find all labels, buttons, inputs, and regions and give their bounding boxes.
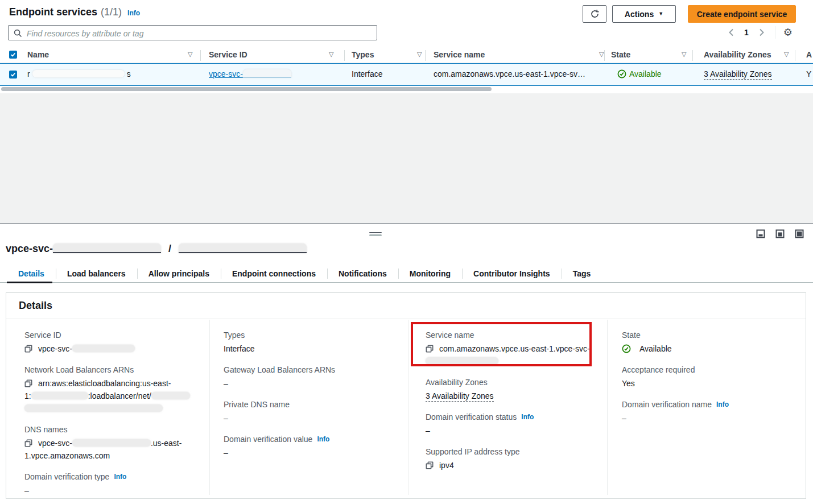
caret-down-icon: ▼ xyxy=(658,11,663,16)
field-value: Available xyxy=(622,342,672,355)
select-all-checkbox[interactable] xyxy=(9,51,17,59)
next-page-button[interactable] xyxy=(757,27,767,38)
cell-availability-zones[interactable]: 3 Availability Zones xyxy=(704,69,772,79)
scrollbar-thumb[interactable] xyxy=(1,87,492,91)
field-domain-verification-type: Domain verification typeInfo – xyxy=(24,470,205,497)
page-title: Endpoint services xyxy=(9,6,97,18)
filter-icon[interactable]: ▽ xyxy=(188,51,192,58)
field-acceptance-required: Acceptance required Yes xyxy=(622,363,804,390)
column-header-truncated[interactable]: A xyxy=(806,50,812,59)
info-link[interactable]: Info xyxy=(317,435,329,443)
endpoint-services-page: Endpoint services (1/1) Info Actions ▼ C… xyxy=(0,0,813,504)
field-value: – xyxy=(426,424,596,437)
field-label: Acceptance required xyxy=(622,363,804,376)
copy-icon[interactable] xyxy=(426,461,434,469)
check-icon xyxy=(10,72,16,77)
filter-icon[interactable]: ▽ xyxy=(682,51,686,58)
column-header-service-name[interactable]: Service name xyxy=(434,50,485,59)
search-input[interactable] xyxy=(26,26,369,40)
redacted-text xyxy=(179,243,307,253)
filter-icon[interactable]: ▽ xyxy=(599,51,604,58)
info-link[interactable]: Info xyxy=(114,473,126,481)
tab-list: Details Load balancers Allow principals … xyxy=(7,265,813,282)
details-card: Details Service ID vpce-svc- Network Loa… xyxy=(6,292,806,499)
column-header-state[interactable]: State xyxy=(611,50,630,59)
copy-icon[interactable] xyxy=(426,345,434,353)
field-label: Types xyxy=(224,329,406,341)
tab-notifications[interactable]: Notifications xyxy=(327,265,398,282)
filter-icon[interactable]: ▽ xyxy=(329,51,333,58)
tab-load-balancers[interactable]: Load balancers xyxy=(56,265,137,282)
create-endpoint-service-button[interactable]: Create endpoint service xyxy=(688,5,796,23)
info-link[interactable]: Info xyxy=(521,413,534,421)
field-label: Gateway Load Balancers ARNs xyxy=(224,363,406,376)
column-divider xyxy=(604,50,605,61)
tab-tags[interactable]: Tags xyxy=(562,265,602,282)
panel-size-large-icon[interactable] xyxy=(795,229,804,238)
field-domain-verification-value: Domain verification valueInfo – xyxy=(224,433,406,459)
copy-icon[interactable] xyxy=(24,345,32,353)
cell-state: Available xyxy=(617,69,662,79)
field-dns-names: DNS names vpce-svc-.us-east- 1.vpce.amaz… xyxy=(24,423,205,462)
panel-size-medium-icon[interactable] xyxy=(775,229,785,238)
table-row[interactable]: rs vpce-svc- Interface com.amazonaws.vpc… xyxy=(0,63,813,86)
panel-size-small-icon[interactable] xyxy=(756,229,765,238)
background-gap xyxy=(0,93,813,224)
details-column-3: Service name com.amazonaws.vpce.us-east-… xyxy=(426,329,596,480)
redacted-text xyxy=(243,69,291,77)
field-value[interactable]: 3 Availability Zones xyxy=(426,390,596,402)
field-value: ipv4 xyxy=(426,459,596,472)
tab-endpoint-connections[interactable]: Endpoint connections xyxy=(221,265,327,282)
field-supported-ip: Supported IP address type ipv4 xyxy=(426,445,596,472)
current-page[interactable]: 1 xyxy=(744,28,749,37)
tab-contributor-insights[interactable]: Contributor Insights xyxy=(462,265,562,282)
field-service-name: Service name com.amazonaws.vpce.us-east-… xyxy=(426,329,596,367)
copy-icon[interactable] xyxy=(24,379,32,387)
column-header-availability-zones[interactable]: Availability Zones xyxy=(704,50,771,59)
field-label: Domain verification statusInfo xyxy=(426,411,596,423)
pager-divider xyxy=(775,26,775,39)
column-divider xyxy=(344,50,345,61)
field-domain-verification-name: Domain verification nameInfo – xyxy=(622,398,804,424)
field-label: Service name xyxy=(426,329,596,341)
tab-allow-principals[interactable]: Allow principals xyxy=(137,265,221,282)
column-divider xyxy=(408,320,408,495)
field-label: Availability Zones xyxy=(426,376,596,389)
column-header-types[interactable]: Types xyxy=(352,50,374,59)
cell-service-id-link[interactable]: vpce-svc- xyxy=(209,69,291,79)
header-info-link[interactable]: Info xyxy=(127,9,140,17)
drag-bar xyxy=(369,232,382,233)
copy-icon[interactable] xyxy=(24,439,32,447)
preferences-gear-icon[interactable]: ⚙ xyxy=(783,27,793,38)
info-link[interactable]: Info xyxy=(716,400,729,408)
cell-service-name: com.amazonaws.vpce.us-east-1.vpce-sv… xyxy=(434,69,585,79)
filter-icon[interactable]: ▽ xyxy=(784,51,789,58)
column-divider xyxy=(692,50,693,61)
tab-monitoring[interactable]: Monitoring xyxy=(398,265,462,282)
row-checkbox[interactable] xyxy=(9,71,17,79)
refresh-icon xyxy=(590,9,600,19)
field-value: – xyxy=(24,484,205,497)
refresh-button[interactable] xyxy=(583,5,606,23)
table-header: Name ▽ Service ID ▽ Types ▽ Service name… xyxy=(0,48,813,63)
column-header-name[interactable]: Name xyxy=(27,50,49,59)
filter-icon[interactable]: ▽ xyxy=(417,51,422,58)
field-label: Service ID xyxy=(24,329,205,341)
previous-page-button[interactable] xyxy=(726,27,736,38)
search-box xyxy=(8,25,377,40)
field-label: Private DNS name xyxy=(224,398,406,411)
field-value: com.amazonaws.vpce.us-east-1.vpce-svc- xyxy=(426,342,596,367)
field-value: – xyxy=(622,412,804,424)
actions-button[interactable]: Actions ▼ xyxy=(612,5,676,23)
field-availability-zones: Availability Zones 3 Availability Zones xyxy=(426,376,596,402)
redacted-text xyxy=(151,392,190,399)
redacted-text xyxy=(72,345,135,352)
panel-drag-handle[interactable] xyxy=(369,232,382,236)
column-header-service-id[interactable]: Service ID xyxy=(209,50,247,59)
redacted-text xyxy=(31,392,88,399)
redacted-text xyxy=(32,70,125,77)
field-nlb-arns: Network Load Balancers ARNs arn:aws:elas… xyxy=(24,363,205,415)
chevron-right-icon xyxy=(758,28,765,36)
tab-details[interactable]: Details xyxy=(7,265,56,282)
field-label: State xyxy=(622,329,804,341)
